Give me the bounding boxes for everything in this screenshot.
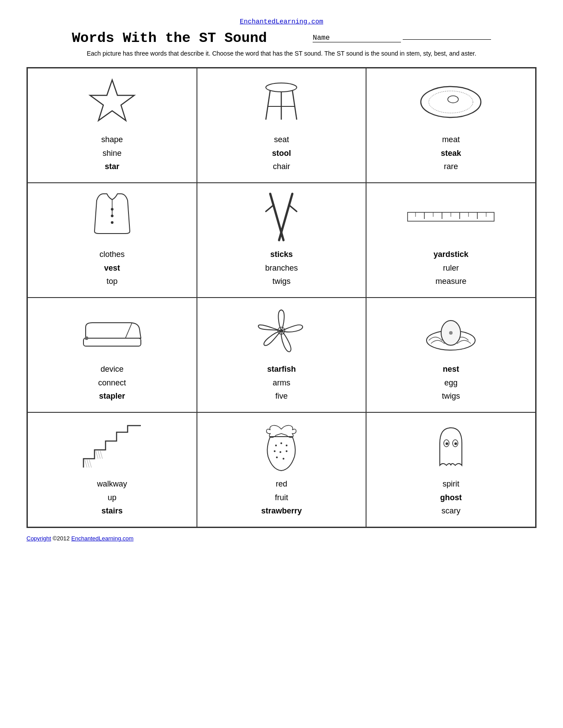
cell-steak: meatsteakrare xyxy=(366,68,536,183)
svg-line-40 xyxy=(89,460,91,468)
svg-point-50 xyxy=(276,456,278,458)
svg-marker-0 xyxy=(90,80,134,121)
svg-point-8 xyxy=(448,96,458,103)
cell-yardstick: yardstickrulermeasure xyxy=(366,183,536,298)
instructions: Each picture has three words that descri… xyxy=(26,49,537,58)
svg-point-11 xyxy=(111,215,113,217)
strawberry-words: redfruitstrawberry xyxy=(261,477,302,518)
stairs-image xyxy=(83,420,141,473)
star-image xyxy=(83,75,141,128)
cell-strawberry: redfruitstrawberry xyxy=(197,412,367,527)
strawberry-image xyxy=(253,420,310,473)
stairs-words: walkwayupstairs xyxy=(97,477,127,518)
svg-point-33 xyxy=(449,331,453,335)
svg-point-49 xyxy=(286,450,287,452)
stool-image xyxy=(253,75,310,128)
worksheet-grid: shapeshinestar seatstoolchair xyxy=(26,67,537,528)
vest-words: clothesvesttop xyxy=(99,248,125,288)
stool-words: seatstoolchair xyxy=(272,133,291,174)
svg-point-45 xyxy=(280,442,282,444)
cell-sticks: sticksbranchestwigs xyxy=(197,183,367,298)
svg-line-41 xyxy=(96,451,98,459)
cell-ghost: spiritghostscary xyxy=(366,412,536,527)
title-row: Words With the ST Sound Name xyxy=(26,30,537,46)
yardstick-words: yardstickrulermeasure xyxy=(434,248,469,288)
vest-image xyxy=(83,190,141,243)
svg-rect-27 xyxy=(83,338,141,346)
cell-vest: clothesvesttop xyxy=(27,183,197,298)
svg-point-51 xyxy=(283,458,284,460)
svg-line-16 xyxy=(289,205,297,211)
steak-image xyxy=(422,75,480,128)
name-field: Name xyxy=(311,34,491,42)
svg-point-7 xyxy=(429,91,473,113)
yardstick-image xyxy=(422,190,480,243)
stapler-image xyxy=(83,305,141,358)
svg-point-46 xyxy=(286,445,287,446)
copyright-link[interactable]: Copyright xyxy=(26,535,51,542)
site-link-bottom[interactable]: EnchantedLearning.com xyxy=(71,535,133,542)
starfish-image xyxy=(253,305,310,358)
svg-line-3 xyxy=(292,90,297,120)
ghost-image xyxy=(422,420,480,473)
cell-stairs: walkwayupstairs xyxy=(27,412,197,527)
svg-point-55 xyxy=(454,442,457,445)
svg-line-42 xyxy=(98,451,100,459)
cell-nest: nesteggtwigs xyxy=(366,298,536,412)
site-link-top[interactable]: EnchantedLearning.com xyxy=(240,18,323,26)
svg-point-48 xyxy=(280,451,281,453)
svg-point-44 xyxy=(275,445,277,446)
page-title: Words With the ST Sound xyxy=(72,30,267,46)
svg-point-54 xyxy=(446,442,448,445)
sticks-image xyxy=(253,190,310,243)
ghost-words: spiritghostscary xyxy=(440,477,462,518)
svg-line-38 xyxy=(85,460,87,468)
cell-star: shapeshinestar xyxy=(27,68,197,183)
nest-image xyxy=(422,305,480,358)
svg-point-10 xyxy=(111,208,113,211)
svg-line-43 xyxy=(100,451,102,459)
cell-stapler: deviceconnectstapler xyxy=(27,298,197,412)
sticks-words: sticksbranchestwigs xyxy=(265,248,298,288)
starfish-words: starfisharmsfive xyxy=(267,362,296,403)
stapler-words: deviceconnectstapler xyxy=(98,362,126,403)
svg-point-47 xyxy=(274,450,276,452)
svg-point-12 xyxy=(111,221,113,224)
cell-stool: seatstoolchair xyxy=(197,68,367,183)
steak-words: meatsteakrare xyxy=(441,133,461,174)
svg-line-14 xyxy=(279,194,292,240)
svg-line-2 xyxy=(266,90,270,120)
nest-words: nesteggtwigs xyxy=(442,362,460,403)
svg-line-29 xyxy=(125,323,132,338)
svg-point-28 xyxy=(85,336,88,340)
svg-line-39 xyxy=(87,460,89,468)
page-header: EnchantedLearning.com xyxy=(26,18,537,26)
footer: Copyright ©2012 EnchantedLearning.com xyxy=(26,535,537,542)
star-words: shapeshinestar xyxy=(101,133,123,174)
cell-starfish: starfisharmsfive xyxy=(197,298,367,412)
svg-line-15 xyxy=(266,205,274,211)
